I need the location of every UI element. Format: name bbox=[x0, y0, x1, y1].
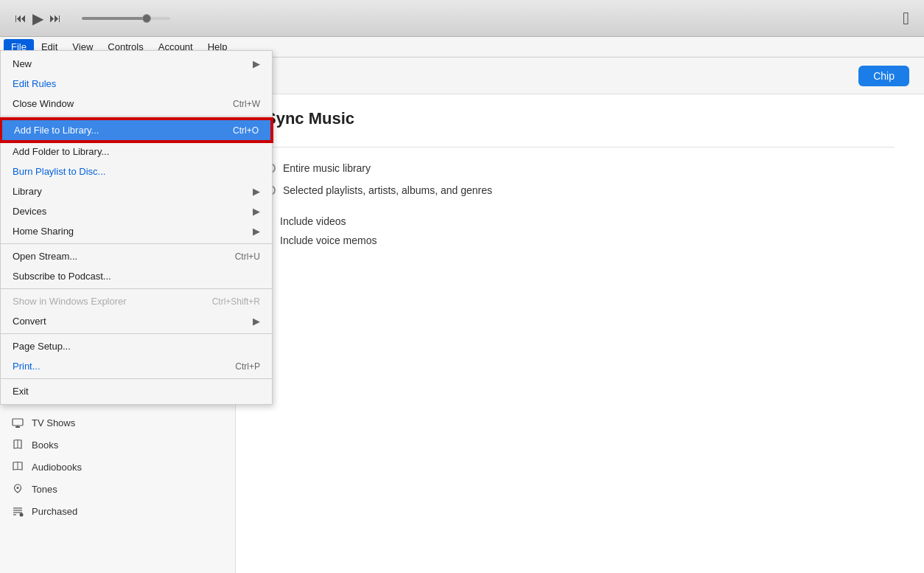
audiobooks-label: Audiobooks bbox=[32, 462, 82, 473]
include-voice-memos-option[interactable]: ✓ Include voice memos bbox=[265, 235, 895, 246]
menu-item-convert[interactable]: Convert ▶ bbox=[1, 311, 272, 331]
tvshows-icon bbox=[11, 416, 24, 429]
separator-1 bbox=[1, 116, 272, 117]
menu-item-burn-playlist[interactable]: Burn Playlist to Disc... bbox=[1, 162, 272, 181]
devices-arrow-icon: ▶ bbox=[253, 206, 260, 217]
purchased-label: Purchased bbox=[32, 506, 77, 517]
menu-item-page-setup[interactable]: Page Setup... bbox=[1, 336, 272, 356]
device-header: Chip bbox=[236, 58, 924, 94]
separator-5 bbox=[1, 378, 272, 379]
separator-3 bbox=[1, 288, 272, 289]
rewind-button[interactable]: ⏮ bbox=[15, 12, 27, 25]
entire-library-label: Entire music library bbox=[283, 162, 371, 174]
add-file-shortcut: Ctrl+O bbox=[233, 125, 259, 136]
sidebar-item-purchased[interactable]: Purchased bbox=[0, 500, 235, 522]
title-bar: ⏮ ▶ ⏭  bbox=[0, 0, 924, 37]
home-sharing-arrow-icon: ▶ bbox=[253, 226, 260, 237]
svg-point-10 bbox=[17, 487, 19, 489]
menu-item-library[interactable]: Library ▶ bbox=[1, 181, 272, 201]
tvshows-label: TV Shows bbox=[32, 417, 75, 428]
tones-icon bbox=[11, 482, 24, 496]
play-button[interactable]: ▶ bbox=[32, 10, 43, 27]
audiobooks-icon bbox=[11, 460, 24, 473]
apple-logo:  bbox=[903, 8, 909, 29]
sidebar-item-tvshows[interactable]: TV Shows bbox=[0, 411, 235, 434]
svg-rect-6 bbox=[15, 426, 20, 428]
menu-item-new[interactable]: New ▶ bbox=[1, 54, 272, 74]
separator-2 bbox=[1, 243, 272, 244]
sync-music-title: Sync Music bbox=[265, 109, 895, 128]
content-area: Sync Music Entire music library Selected… bbox=[236, 58, 924, 573]
books-icon bbox=[11, 438, 24, 451]
print-shortcut: Ctrl+P bbox=[235, 361, 260, 372]
svg-point-15 bbox=[20, 513, 24, 517]
include-videos-label: Include videos bbox=[280, 215, 346, 227]
menu-item-print[interactable]: Print... Ctrl+P bbox=[1, 356, 272, 376]
selected-playlists-label: Selected playlists, artists, albums, and… bbox=[283, 184, 492, 196]
purchased-icon bbox=[11, 504, 24, 518]
chip-button[interactable]: Chip bbox=[858, 66, 909, 86]
separator-4 bbox=[1, 333, 272, 334]
books-label: Books bbox=[32, 440, 58, 451]
volume-slider-thumb bbox=[142, 14, 151, 23]
library-arrow-icon: ▶ bbox=[253, 186, 260, 197]
menu-item-exit[interactable]: Exit bbox=[1, 381, 272, 401]
tones-label: Tones bbox=[32, 484, 57, 495]
volume-slider[interactable] bbox=[82, 17, 170, 20]
menu-item-edit-rules[interactable]: Edit Rules bbox=[1, 74, 272, 94]
menu-item-add-file[interactable]: Add File to Library... Ctrl+O bbox=[1, 119, 272, 142]
menu-item-home-sharing[interactable]: Home Sharing ▶ bbox=[1, 221, 272, 241]
sidebar-item-books[interactable]: Books bbox=[0, 434, 235, 456]
menu-item-open-stream[interactable]: Open Stream... Ctrl+U bbox=[1, 246, 272, 266]
menu-item-subscribe-podcast[interactable]: Subscribe to Podcast... bbox=[1, 266, 272, 286]
menu-item-add-folder[interactable]: Add Folder to Library... bbox=[1, 142, 272, 162]
file-dropdown-menu: New ▶ Edit Rules Close Window Ctrl+W Add… bbox=[0, 50, 273, 405]
include-voice-memos-label: Include voice memos bbox=[280, 235, 377, 246]
include-videos-option[interactable]: ✓ Include videos bbox=[265, 215, 895, 227]
arrow-icon: ▶ bbox=[253, 58, 260, 69]
transport-controls: ⏮ ▶ ⏭ bbox=[15, 10, 170, 27]
fast-forward-button[interactable]: ⏭ bbox=[49, 12, 61, 25]
menu-item-show-explorer: Show in Windows Explorer Ctrl+Shift+R bbox=[1, 291, 272, 311]
svg-rect-5 bbox=[13, 419, 23, 426]
menu-item-devices[interactable]: Devices ▶ bbox=[1, 201, 272, 221]
sidebar-item-audiobooks[interactable]: Audiobooks bbox=[0, 456, 235, 478]
menu-item-close-window[interactable]: Close Window Ctrl+W bbox=[1, 94, 272, 114]
convert-arrow-icon: ▶ bbox=[253, 316, 260, 327]
sync-entire-library[interactable]: Entire music library bbox=[265, 162, 895, 174]
explorer-shortcut: Ctrl+Shift+R bbox=[212, 296, 260, 307]
content-divider-top bbox=[265, 147, 895, 147]
sidebar-item-tones[interactable]: Tones bbox=[0, 478, 235, 500]
sync-selected-playlists[interactable]: Selected playlists, artists, albums, and… bbox=[265, 184, 895, 196]
